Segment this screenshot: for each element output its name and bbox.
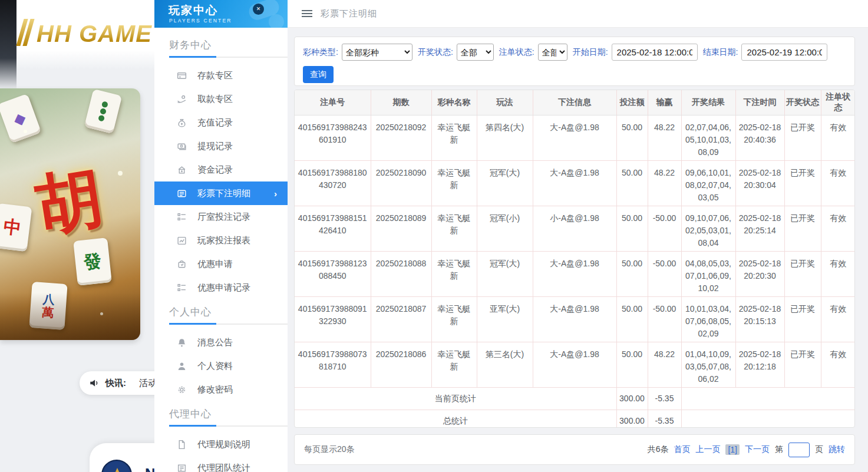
table-cell: 已开奖	[784, 206, 821, 251]
search-button[interactable]: 查询	[303, 66, 334, 83]
column-header: 注单号	[295, 90, 371, 115]
table-cell: 2025-02-18 20:12:18	[735, 342, 784, 387]
table-cell: 冠军(大)	[477, 251, 533, 296]
current-page[interactable]: [1]	[725, 444, 740, 455]
prev-page-link[interactable]: 上一页	[695, 444, 720, 455]
table-cell: 幸运飞艇新	[431, 115, 477, 160]
start-date-label: 开始日期:	[573, 47, 608, 58]
section-title: 个人中心	[169, 305, 288, 319]
table-cell: 401569173988073818710	[295, 342, 371, 387]
pagination-bar: 每页显示20条 共6条 首页 上一页 [1] 下一页 第 页 跳转	[294, 434, 855, 465]
table-cell: 401569173988091322930	[295, 296, 371, 342]
section-divider	[169, 324, 288, 325]
end-date-input[interactable]	[741, 44, 827, 61]
decor-circle	[269, 14, 284, 28]
recharge-icon	[177, 118, 187, 128]
page-jump-input[interactable]	[788, 443, 810, 457]
table-cell: -50.00	[648, 206, 681, 251]
dark-edge	[0, 0, 16, 90]
table-cell: 50.00	[616, 296, 648, 342]
table-cell: 大-A盘@1.98	[533, 342, 616, 387]
summary-label: 总统计	[295, 410, 616, 428]
page-title: 彩票下注明细	[321, 8, 377, 19]
pager: 共6条 首页 上一页 [1] 下一页 第 页 跳转	[642, 443, 845, 457]
menu-toggle-icon[interactable]	[302, 8, 312, 19]
next-page-link[interactable]: 下一页	[745, 444, 770, 455]
jump-prefix: 第	[775, 444, 783, 455]
jump-link[interactable]: 跳转	[829, 444, 845, 455]
table-cell: -50.00	[648, 296, 681, 342]
news-ticker[interactable]: 快讯: 活动延	[80, 371, 154, 395]
sidebar-item[interactable]: 个人资料	[154, 354, 288, 378]
sidebar-item[interactable]: 厅室投注记录	[154, 205, 288, 229]
section-title: 代理中心	[169, 407, 288, 421]
deposit-icon	[177, 71, 187, 81]
sidebar-item[interactable]: 玩家投注报表	[154, 229, 288, 252]
sidebar-item[interactable]: 取款专区	[154, 87, 288, 111]
sidebar-item[interactable]: 修改密码	[154, 378, 288, 401]
sidebar-item[interactable]: 充值记录	[154, 111, 288, 134]
draw-status-select[interactable]: 全部	[457, 44, 494, 61]
gear-icon	[177, 385, 187, 395]
table-row: 40156917398809132293020250218087幸运飞艇新亚军(…	[295, 296, 855, 342]
bottom-card-letter: N	[145, 466, 154, 472]
table-header-row: 注单号期数彩种名称玩法下注信息投注额输赢开奖结果下注时间开奖状态注单状态	[295, 90, 855, 115]
sidebar-item[interactable]: 代理团队统计	[154, 456, 288, 472]
table-cell: 第四名(大)	[477, 115, 533, 160]
column-header: 投注额	[616, 90, 648, 115]
bell-icon	[177, 338, 187, 348]
order-status-select[interactable]: 全部	[538, 44, 567, 61]
sidebar-item[interactable]: 优惠申请	[154, 252, 288, 276]
start-date-input[interactable]	[612, 44, 698, 61]
table-cell: -50.00	[648, 251, 681, 296]
table-cell: 20250218092	[371, 115, 431, 160]
table-cell: 有效	[821, 115, 855, 160]
dpad-icon: ✕	[253, 4, 264, 15]
table-cell: 小-A盘@1.98	[533, 206, 616, 251]
lottery-type-label: 彩种类型:	[303, 47, 338, 58]
lottery-detail-icon	[177, 189, 187, 199]
sidebar-item[interactable]: 资金记录	[154, 158, 288, 181]
table-cell: 401569173988180430720	[295, 160, 371, 206]
mahjong-tile: 中	[0, 203, 32, 252]
mahjong-tile	[84, 89, 122, 134]
bottom-widget: N	[90, 443, 154, 472]
funds-icon	[177, 165, 187, 175]
table-cell: 有效	[821, 296, 855, 342]
speaker-icon	[89, 378, 100, 388]
summary-label: 当前页统计	[295, 387, 616, 410]
sidebar-item[interactable]: 优惠申请记录	[154, 276, 288, 299]
column-header: 输赢	[648, 90, 681, 115]
sidebar-item[interactable]: 存款专区	[154, 64, 288, 87]
club-logo	[101, 460, 132, 472]
table-cell: 大-A盘@1.98	[533, 160, 616, 206]
sidebar-item[interactable]: 消息公告	[154, 331, 288, 354]
table-cell: 10,01,03,04,07,06,08,05,02,09	[681, 296, 735, 342]
table-cell: 04,08,05,03,07,01,06,09,10,02	[681, 251, 735, 296]
table-row: 40156917398824360191020250218092幸运飞艇新第四名…	[295, 115, 855, 160]
lottery-type-select[interactable]: 全部彩种	[342, 44, 412, 61]
table-cell: 48.22	[648, 342, 681, 387]
first-page-link[interactable]: 首页	[674, 444, 690, 455]
sidebar-item[interactable]: 提现记录	[154, 134, 288, 158]
table-cell: 幸运飞艇新	[431, 206, 477, 251]
table-cell: 50.00	[616, 115, 648, 160]
table-cell: 冠军(大)	[477, 160, 533, 206]
table-cell: 02,07,04,06,05,10,01,03,08,09	[681, 115, 735, 160]
column-header: 下注信息	[533, 90, 616, 115]
brand-logo: HH GAME	[20, 19, 152, 48]
table-row: 40156917398818043072020250218090幸运飞艇新冠军(…	[295, 160, 855, 206]
table-cell: 大-A盘@1.98	[533, 115, 616, 160]
sidebar-item[interactable]: 彩票下注明细›	[154, 181, 288, 205]
summary-empty	[681, 410, 855, 428]
logo-text: HH GAME	[37, 21, 152, 47]
filter-panel: 彩种类型: 全部彩种 开奖状态: 全部 注单状态: 全部 开始日期:	[294, 37, 855, 86]
table-cell: 幸运飞艇新	[431, 342, 477, 387]
jump-suffix: 页	[815, 444, 823, 455]
draw-status-label: 开奖状态:	[418, 47, 453, 58]
table-row: 40156917398815142641020250218089幸运飞艇新冠军(…	[295, 206, 855, 251]
table-cell: 20250218090	[371, 160, 431, 206]
table-cell: 20250218086	[371, 342, 431, 387]
sidebar-item[interactable]: 代理规则说明	[154, 433, 288, 456]
doc-icon	[177, 440, 187, 450]
